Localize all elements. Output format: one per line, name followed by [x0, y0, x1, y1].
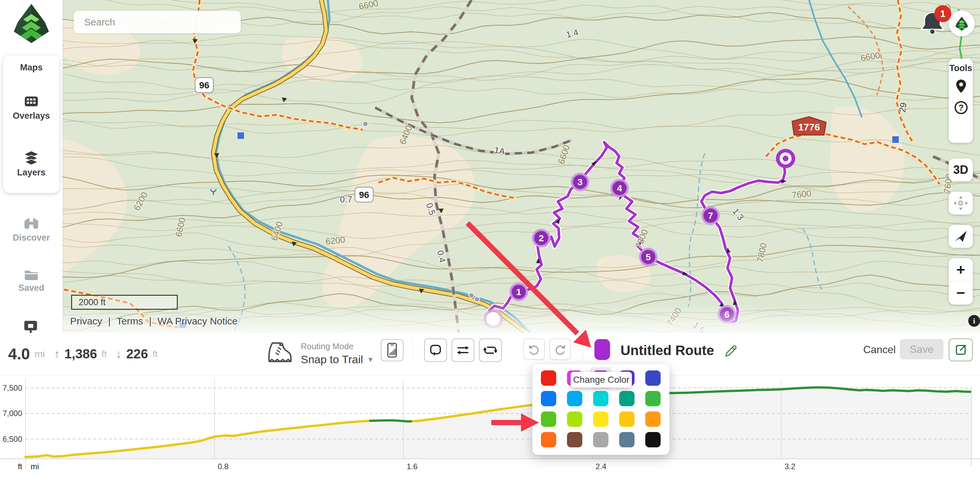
contour-label: 6200 [132, 191, 150, 212]
cancel-button[interactable]: Cancel [861, 343, 898, 356]
pan-mode-button[interactable] [949, 192, 973, 214]
route-waypoint-marker[interactable]: 3 [572, 174, 588, 190]
y-axis-unit-label: ft [18, 462, 22, 471]
color-option-swatch[interactable] [593, 391, 608, 406]
pan-icon [953, 195, 969, 211]
3d-button[interactable]: 3D [949, 159, 973, 181]
map-canvas[interactable]: 1234567680066006600640062006600640062006… [0, 0, 980, 333]
color-option-swatch[interactable] [619, 432, 635, 447]
routing-mode-dropdown[interactable]: Snap to Trail ▾ [301, 353, 372, 366]
waypoint-tool-icon[interactable] [955, 79, 967, 94]
loop-route-button[interactable] [424, 338, 447, 362]
route-waypoint-marker[interactable]: 7 [702, 207, 719, 224]
help-icon[interactable]: ? [954, 100, 968, 115]
sidebar-item-discover[interactable]: Discover [0, 218, 63, 243]
chevron-down-icon: ▾ [368, 354, 372, 365]
sidebar-item-saved[interactable]: Saved [0, 268, 63, 293]
y-axis-tick-label: 6,500 [3, 435, 22, 443]
search-placeholder: Search [84, 17, 115, 28]
color-option-swatch[interactable] [541, 370, 556, 386]
reverse-route-button[interactable] [479, 338, 502, 362]
folder-icon [24, 268, 39, 280]
zoom-out-button[interactable]: − [949, 281, 973, 304]
info-icon: i [973, 317, 975, 326]
color-option-swatch[interactable] [619, 391, 635, 406]
gaia-logo[interactable] [8, 3, 54, 44]
out-and-back-button[interactable] [452, 338, 474, 362]
trail-distance-label: 0.4 [435, 249, 447, 264]
navigation-arrow-icon [954, 230, 967, 243]
notification-count: 1 [940, 8, 945, 19]
contour-line [0, 61, 980, 89]
contour-line [0, 39, 980, 67]
locate-button[interactable] [949, 225, 973, 248]
undo-icon [528, 343, 541, 356]
search-input[interactable]: Search [74, 11, 241, 33]
elevation-chart[interactable]: 6,5007,0007,5000.81.62.43.2ftmi [0, 375, 980, 473]
color-option-swatch[interactable] [567, 391, 582, 406]
plus-icon: + [956, 261, 965, 278]
x-axis-tick-label: 1.6 [406, 462, 417, 471]
waypoint-number: 5 [646, 252, 651, 262]
sidebar-item-overlays[interactable]: Overlays [0, 95, 63, 121]
route-ascent: 1,386 [64, 346, 97, 361]
route-color-swatch[interactable] [594, 339, 610, 360]
map-attribution: Privacy | Terms | WA Privacy Notice [70, 316, 237, 327]
minus-icon: − [956, 284, 965, 302]
reverse-icon [483, 343, 498, 357]
color-option-swatch[interactable] [645, 432, 660, 447]
routing-mode-value: Snap to Trail [301, 353, 363, 366]
attribution-divider: | [108, 316, 111, 327]
contour-line [0, 233, 980, 279]
contour-line [0, 37, 980, 74]
account-avatar[interactable] [949, 10, 975, 37]
edit-pencil-icon[interactable] [724, 343, 738, 358]
route-descent: 226 [126, 346, 148, 361]
contour-label: 29 [897, 102, 908, 113]
route-title[interactable]: Untitled Route [620, 343, 714, 358]
route-end-marker[interactable] [778, 151, 793, 166]
color-option-swatch[interactable] [619, 411, 635, 427]
zoom-in-button[interactable]: + [949, 258, 973, 281]
elevation-panel-toggle[interactable] [381, 339, 404, 361]
privacy-link[interactable]: Privacy [70, 316, 102, 327]
wa-privacy-link[interactable]: WA Privacy Notice [158, 316, 238, 327]
color-option-swatch[interactable] [567, 432, 582, 447]
redo-button[interactable] [549, 338, 571, 360]
route-waypoint-marker[interactable]: 2 [533, 230, 549, 246]
color-option-swatch[interactable] [645, 391, 660, 406]
color-option-swatch[interactable] [645, 411, 660, 427]
tools-panel: Tools ? [949, 59, 973, 143]
map-clearing [830, 106, 904, 212]
print-icon[interactable] [24, 320, 38, 333]
contour-label: 6600 [358, 0, 379, 12]
binoculars-icon [23, 218, 40, 230]
waypoint-number: 4 [617, 183, 622, 193]
color-option-swatch[interactable] [541, 411, 556, 427]
route-waypoint-marker[interactable]: 4 [611, 180, 628, 196]
layers-icon [24, 151, 39, 165]
undo-button[interactable] [523, 338, 545, 360]
color-option-swatch[interactable] [645, 370, 660, 386]
sidebar-item-maps[interactable]: Maps [0, 63, 63, 73]
route-waypoint-marker[interactable]: 5 [640, 249, 656, 265]
loop-icon [428, 343, 443, 357]
terms-link[interactable]: Terms [116, 316, 143, 327]
export-icon [954, 343, 967, 357]
color-option-swatch[interactable] [567, 411, 582, 427]
color-option-swatch[interactable] [593, 411, 608, 427]
route-ascent-unit: ft [102, 349, 107, 359]
routing-mode-label: Routing Mode [301, 341, 354, 351]
notifications-button[interactable]: 1 [920, 10, 945, 39]
route-distance: 4.0 [8, 345, 30, 363]
sidebar-item-layers[interactable]: Layers [0, 151, 63, 178]
export-button[interactable] [949, 338, 973, 361]
tooltip-label: Change Color [573, 375, 630, 385]
redo-icon [554, 343, 567, 356]
color-option-swatch[interactable] [593, 432, 608, 447]
route-waypoint-marker[interactable]: 1 [511, 284, 527, 300]
color-option-swatch[interactable] [541, 432, 556, 447]
map-info-button[interactable]: i [968, 315, 980, 327]
color-option-swatch[interactable] [541, 391, 556, 406]
save-button[interactable]: Save [900, 339, 943, 359]
